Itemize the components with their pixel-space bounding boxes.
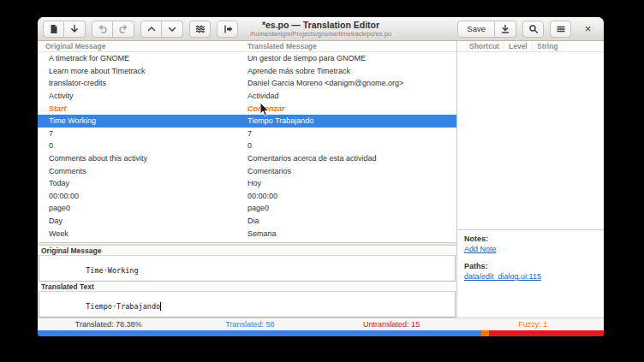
- translated-cell: Aprende más sobre Timetrack: [247, 67, 456, 75]
- table-row[interactable]: Learn more about TimetrackAprende más so…: [38, 65, 456, 78]
- download-button[interactable]: [64, 21, 86, 38]
- shortcut-column-header: Shortcut: [457, 42, 504, 50]
- add-note-link[interactable]: Add Note: [464, 244, 497, 254]
- original-cell: 7: [38, 129, 247, 138]
- redo-button[interactable]: [113, 21, 134, 38]
- table-row[interactable]: TodayHoy: [38, 177, 456, 190]
- original-cell: A timetrack for GNOME: [38, 54, 247, 62]
- paths-label: Paths:: [464, 261, 604, 271]
- redo-icon: [118, 24, 128, 34]
- original-cell: translator-credits: [38, 79, 247, 87]
- previous-message-button[interactable]: [140, 21, 162, 38]
- search-icon: [528, 24, 539, 34]
- shortcut-table-header: Shortcut Level String: [457, 41, 604, 52]
- table-row[interactable]: Comments about this activityComentarios …: [38, 152, 456, 165]
- fuzzy-wavy-lines-icon: [195, 24, 206, 34]
- level-column-header: Level: [504, 42, 533, 50]
- undo-button[interactable]: [92, 21, 113, 38]
- save-arrow-icon: [500, 24, 510, 34]
- progress-translated-segment: [38, 330, 481, 336]
- table-row[interactable]: 77: [38, 128, 456, 140]
- translated-cell: 0: [247, 141, 456, 150]
- notes-panel: Notes: Add Note Paths: data/edit_dialog.…: [457, 229, 604, 317]
- table-row[interactable]: translator-creditsDaniel Garcia Moreno <…: [38, 77, 456, 90]
- original-message-column-header: Original Message: [38, 42, 247, 50]
- original-cell: Day: [38, 217, 247, 225]
- original-cell: page0: [38, 204, 247, 212]
- desktop-background: *es.po — Translation Editor /home/danigm…: [0, 0, 644, 362]
- translated-cell: Tiempo Trabajando: [247, 116, 456, 125]
- translated-text-value: Tiempo·Trabajando: [86, 302, 160, 311]
- translated-cell: Actividad: [247, 92, 456, 100]
- chevron-up-icon: [146, 24, 157, 34]
- untranslated-count-label: Untranslated: 15: [321, 320, 462, 329]
- message-table-header: Original Message Translated Message: [38, 41, 456, 52]
- translated-cell: page0: [247, 204, 456, 212]
- original-cell: 00:00:00: [38, 192, 247, 200]
- translated-cell: Un gestor de tiempo para GNOME: [247, 54, 456, 62]
- original-cell: Week: [38, 229, 247, 238]
- original-cell: Comments about this activity: [38, 154, 247, 163]
- translated-text-textview[interactable]: Tiempo·Trabajando: [39, 292, 456, 317]
- table-row[interactable]: A timetrack for GNOMEUn gestor de tiempo…: [38, 52, 456, 65]
- path-link[interactable]: data/edit_dialog.ui:115: [464, 271, 541, 282]
- search-button[interactable]: [522, 21, 544, 38]
- chevron-down-icon: [167, 24, 177, 34]
- save-button[interactable]: Save: [457, 21, 495, 38]
- translated-cell: Dia: [247, 217, 456, 225]
- menu-button[interactable]: [550, 21, 571, 38]
- headerbar: *es.po — Translation Editor /home/danigm…: [38, 17, 604, 41]
- open-document-icon: [49, 24, 59, 34]
- table-row[interactable]: DayDia: [38, 215, 456, 228]
- table-row[interactable]: 00: [38, 139, 456, 152]
- table-row[interactable]: StartComenzar: [38, 102, 456, 115]
- original-cell: Today: [38, 179, 247, 187]
- translated-cell: Hoy: [247, 179, 456, 187]
- close-window-button[interactable]: ×: [577, 21, 599, 38]
- open-file-button[interactable]: [43, 21, 64, 38]
- translated-cell: Daniel Garcia Moreno <danigm@gnome.org>: [247, 79, 456, 87]
- notes-label: Notes:: [464, 234, 604, 244]
- text-caret: [160, 302, 161, 311]
- window-title: *es.po — Translation Editor: [262, 20, 379, 30]
- original-cell: Start: [38, 104, 247, 113]
- undo-icon: [98, 24, 108, 34]
- mouse-cursor: [259, 102, 270, 121]
- hamburger-menu-icon: [556, 24, 566, 34]
- close-icon: ×: [585, 24, 592, 34]
- original-message-text: Time·Working: [86, 266, 138, 275]
- table-row[interactable]: page0page0: [38, 202, 456, 215]
- original-message-textview[interactable]: Time·Working: [39, 256, 456, 282]
- original-message-panel-label: Original Message: [38, 246, 456, 256]
- table-row[interactable]: ActivityActividad: [38, 90, 456, 103]
- string-column-header: String: [533, 42, 564, 50]
- save-as-button[interactable]: [495, 21, 516, 38]
- progress-fuzzy-segment: [481, 330, 489, 336]
- table-row[interactable]: CommentsComentarios: [38, 164, 456, 177]
- translated-text-panel-label: Translated Text: [38, 282, 456, 292]
- table-row[interactable]: Time WorkingTiempo Trabajando: [38, 115, 456, 128]
- translation-progress-bar: [38, 330, 604, 336]
- translation-editor-window: *es.po — Translation Editor /home/danigm…: [38, 17, 604, 336]
- fuzzy-count-label: Fuzzy: 1: [462, 320, 604, 329]
- original-cell: Time Working: [38, 116, 247, 125]
- original-cell: Learn more about Timetrack: [38, 67, 247, 75]
- progress-untranslated-segment: [489, 330, 604, 336]
- table-row[interactable]: 00:00:0000:00:00: [38, 190, 456, 203]
- translated-cell: Comentarios acerca de esta actividad: [247, 154, 456, 163]
- translated-cell: 7: [247, 129, 456, 138]
- table-row[interactable]: WeekSemana: [38, 227, 456, 240]
- translated-cell: 00:00:00: [247, 192, 456, 200]
- next-message-button[interactable]: [162, 21, 183, 38]
- toggle-fuzzy-button[interactable]: [189, 21, 211, 38]
- translated-percent-label: Translated: 78.38%: [38, 320, 179, 329]
- translated-cell: Semana: [247, 229, 456, 238]
- original-cell: Activity: [38, 92, 247, 100]
- jump-arrow-icon: [223, 24, 233, 34]
- translated-cell: Comentarios: [247, 167, 456, 175]
- translated-cell: Comenzar: [247, 104, 456, 113]
- jump-to-message-button[interactable]: [217, 21, 238, 38]
- shortcut-table-empty[interactable]: [457, 52, 604, 229]
- original-cell: Comments: [38, 167, 247, 175]
- message-area: Original Message Translated Message A ti…: [38, 41, 456, 317]
